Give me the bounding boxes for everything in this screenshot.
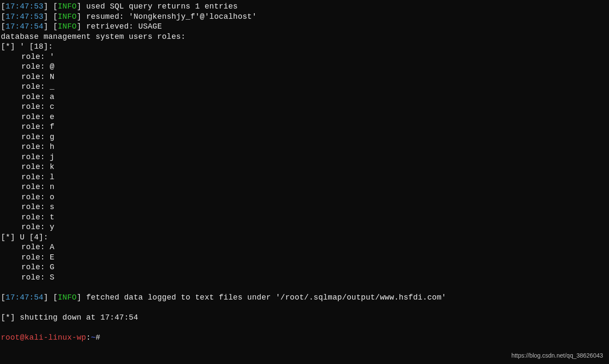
terminal-line: role: f xyxy=(1,122,608,132)
timestamp: 17:47:53 xyxy=(6,12,44,21)
blank-line xyxy=(1,303,608,313)
terminal-line: role: o xyxy=(1,192,608,203)
bracket: ] xyxy=(44,2,53,11)
bracket: ] xyxy=(44,12,53,21)
role-entry: role: y xyxy=(21,223,55,231)
log-message: fetched data logged to text files under … xyxy=(86,293,446,302)
terminal-line: [17:47:54] [INFO] fetched data logged to… xyxy=(1,293,608,303)
prompt-userhost: root@kali-linux-wp xyxy=(1,333,86,342)
bracket: ] xyxy=(77,12,86,21)
bracket: [ xyxy=(1,22,6,31)
log-level: INFO xyxy=(58,22,76,31)
bracket: ] xyxy=(44,22,53,31)
terminal-line: role: A xyxy=(1,242,608,253)
bracket: ] xyxy=(77,2,86,11)
bracket: [ xyxy=(53,2,58,11)
roles-header: database management system users roles: xyxy=(1,32,186,41)
role-entry: role: j xyxy=(21,153,55,161)
blank-line xyxy=(1,282,608,293)
role-entry: role: G xyxy=(21,263,55,271)
role-entry: role: k xyxy=(21,163,55,171)
role-entry: role: ' xyxy=(21,52,55,61)
prompt-path: ~ xyxy=(91,333,96,342)
role-entry: role: E xyxy=(21,253,55,262)
bracket: [ xyxy=(53,293,58,302)
prompt-tail: # xyxy=(96,333,105,342)
group-header: [*] U [4]: xyxy=(1,233,48,242)
log-message: used SQL query returns 1 entries xyxy=(86,2,238,11)
role-entry: role: a xyxy=(21,93,55,101)
prompt-sep: : xyxy=(86,333,91,342)
log-message: resumed: 'Nongkenshjy_f'@'localhost' xyxy=(86,12,257,21)
terminal-line: database management system users roles: xyxy=(1,32,608,42)
terminal-line: role: a xyxy=(1,92,608,102)
role-entry: role: c xyxy=(21,102,55,111)
terminal-line: role: h xyxy=(1,142,608,152)
role-entry: role: g xyxy=(21,133,55,141)
role-entry: role: o xyxy=(21,193,55,201)
shutdown-line: [*] shutting down at 17:47:54 xyxy=(1,313,138,322)
timestamp: 17:47:54 xyxy=(6,293,44,302)
bracket: [ xyxy=(1,12,6,21)
terminal-line: role: N xyxy=(1,72,608,82)
terminal-line: [17:47:53] [INFO] resumed: 'Nongkenshjy_… xyxy=(1,12,608,22)
terminal-output[interactable]: [17:47:53] [INFO] used SQL query returns… xyxy=(1,2,608,343)
terminal-line: [17:47:53] [INFO] used SQL query returns… xyxy=(1,2,608,12)
bracket: [ xyxy=(1,293,6,302)
role-entry: role: e xyxy=(21,113,55,121)
role-entry: role: h xyxy=(21,143,55,151)
timestamp: 17:47:53 xyxy=(6,2,44,11)
terminal-line: [*] ' [18]: xyxy=(1,42,608,52)
role-entry: role: S xyxy=(21,273,55,282)
terminal-line: [*] shutting down at 17:47:54 xyxy=(1,313,608,323)
role-entry: role: n xyxy=(21,183,55,191)
bracket: ] xyxy=(44,293,53,302)
watermark-text: https://blog.csdn.net/qq_38626043 xyxy=(511,351,603,361)
terminal-line: role: g xyxy=(1,132,608,143)
role-entry: role: _ xyxy=(21,82,55,91)
bracket: [ xyxy=(53,22,58,31)
role-entry: role: f xyxy=(21,122,55,131)
role-entry: role: l xyxy=(21,173,55,181)
group-header: [*] ' [18]: xyxy=(1,42,53,51)
bracket: [ xyxy=(53,12,58,21)
role-entry: role: N xyxy=(21,73,55,81)
timestamp: 17:47:54 xyxy=(6,22,44,31)
log-level: INFO xyxy=(58,12,76,21)
terminal-line: role: E xyxy=(1,253,608,263)
bracket: ] xyxy=(77,22,86,31)
terminal-line: role: k xyxy=(1,162,608,172)
terminal-line: role: S xyxy=(1,273,608,283)
log-level: INFO xyxy=(58,293,76,302)
blank-line xyxy=(1,323,608,333)
log-level: INFO xyxy=(58,2,76,11)
bracket: ] xyxy=(77,293,86,302)
terminal-line: [17:47:54] [INFO] retrieved: USAGE xyxy=(1,22,608,32)
log-message: retrieved: USAGE xyxy=(86,22,162,31)
role-entry: role: t xyxy=(21,213,55,221)
terminal-line: role: c xyxy=(1,102,608,112)
terminal-line: role: n xyxy=(1,182,608,192)
terminal-line: role: e xyxy=(1,112,608,122)
terminal-line: role: y xyxy=(1,222,608,233)
terminal-line: root@kali-linux-wp:~# xyxy=(1,333,608,343)
role-entry: role: s xyxy=(21,203,55,211)
terminal-line: role: j xyxy=(1,152,608,163)
role-entry: role: @ xyxy=(21,62,55,71)
terminal-line: role: @ xyxy=(1,62,608,72)
terminal-line: role: s xyxy=(1,202,608,213)
bracket: [ xyxy=(1,2,6,11)
terminal-line: role: _ xyxy=(1,82,608,92)
terminal-line: role: ' xyxy=(1,52,608,62)
terminal-line: role: l xyxy=(1,172,608,183)
terminal-line: [*] U [4]: xyxy=(1,233,608,243)
terminal-line: role: G xyxy=(1,262,608,273)
role-entry: role: A xyxy=(21,243,55,251)
terminal-line: role: t xyxy=(1,213,608,223)
